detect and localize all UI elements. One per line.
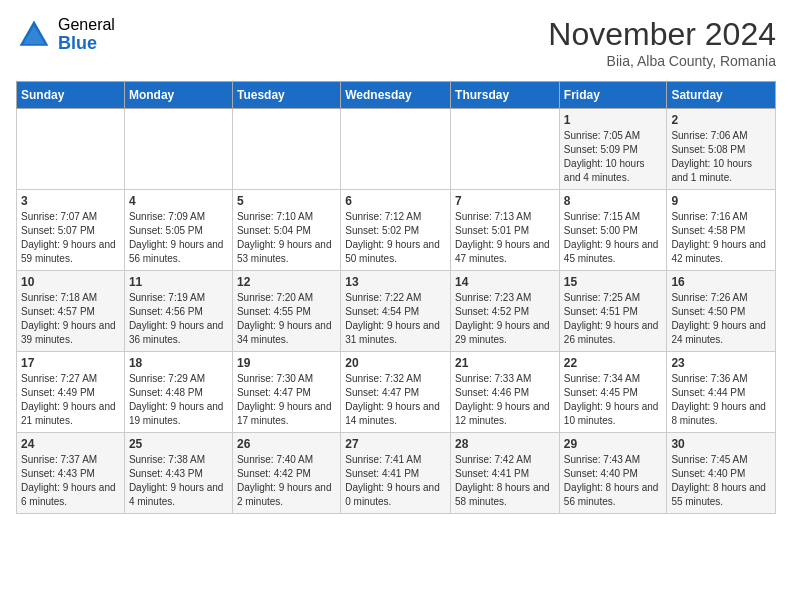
weekday-header: Thursday bbox=[451, 82, 560, 109]
calendar-cell: 8Sunrise: 7:15 AM Sunset: 5:00 PM Daylig… bbox=[559, 190, 667, 271]
day-info: Sunrise: 7:38 AM Sunset: 4:43 PM Dayligh… bbox=[129, 453, 228, 509]
weekday-header: Saturday bbox=[667, 82, 776, 109]
day-number: 3 bbox=[21, 194, 120, 208]
day-info: Sunrise: 7:13 AM Sunset: 5:01 PM Dayligh… bbox=[455, 210, 555, 266]
day-info: Sunrise: 7:27 AM Sunset: 4:49 PM Dayligh… bbox=[21, 372, 120, 428]
calendar-cell: 13Sunrise: 7:22 AM Sunset: 4:54 PM Dayli… bbox=[341, 271, 451, 352]
calendar-cell bbox=[17, 109, 125, 190]
calendar-cell: 14Sunrise: 7:23 AM Sunset: 4:52 PM Dayli… bbox=[451, 271, 560, 352]
day-number: 9 bbox=[671, 194, 771, 208]
calendar-cell: 1Sunrise: 7:05 AM Sunset: 5:09 PM Daylig… bbox=[559, 109, 667, 190]
day-info: Sunrise: 7:43 AM Sunset: 4:40 PM Dayligh… bbox=[564, 453, 663, 509]
day-info: Sunrise: 7:25 AM Sunset: 4:51 PM Dayligh… bbox=[564, 291, 663, 347]
weekday-header: Tuesday bbox=[232, 82, 340, 109]
day-number: 21 bbox=[455, 356, 555, 370]
calendar-cell: 21Sunrise: 7:33 AM Sunset: 4:46 PM Dayli… bbox=[451, 352, 560, 433]
day-number: 27 bbox=[345, 437, 446, 451]
day-number: 16 bbox=[671, 275, 771, 289]
calendar-header-row: SundayMondayTuesdayWednesdayThursdayFrid… bbox=[17, 82, 776, 109]
logo: General Blue bbox=[16, 16, 115, 53]
day-info: Sunrise: 7:36 AM Sunset: 4:44 PM Dayligh… bbox=[671, 372, 771, 428]
day-info: Sunrise: 7:19 AM Sunset: 4:56 PM Dayligh… bbox=[129, 291, 228, 347]
calendar-cell: 19Sunrise: 7:30 AM Sunset: 4:47 PM Dayli… bbox=[232, 352, 340, 433]
day-info: Sunrise: 7:06 AM Sunset: 5:08 PM Dayligh… bbox=[671, 129, 771, 185]
day-number: 24 bbox=[21, 437, 120, 451]
day-info: Sunrise: 7:05 AM Sunset: 5:09 PM Dayligh… bbox=[564, 129, 663, 185]
day-number: 14 bbox=[455, 275, 555, 289]
day-info: Sunrise: 7:07 AM Sunset: 5:07 PM Dayligh… bbox=[21, 210, 120, 266]
calendar-cell: 4Sunrise: 7:09 AM Sunset: 5:05 PM Daylig… bbox=[124, 190, 232, 271]
location-title: Biia, Alba County, Romania bbox=[548, 53, 776, 69]
day-info: Sunrise: 7:33 AM Sunset: 4:46 PM Dayligh… bbox=[455, 372, 555, 428]
day-info: Sunrise: 7:18 AM Sunset: 4:57 PM Dayligh… bbox=[21, 291, 120, 347]
day-info: Sunrise: 7:26 AM Sunset: 4:50 PM Dayligh… bbox=[671, 291, 771, 347]
logo-icon bbox=[16, 17, 52, 53]
day-number: 18 bbox=[129, 356, 228, 370]
day-number: 7 bbox=[455, 194, 555, 208]
day-number: 5 bbox=[237, 194, 336, 208]
calendar-cell: 23Sunrise: 7:36 AM Sunset: 4:44 PM Dayli… bbox=[667, 352, 776, 433]
calendar-cell: 20Sunrise: 7:32 AM Sunset: 4:47 PM Dayli… bbox=[341, 352, 451, 433]
day-info: Sunrise: 7:40 AM Sunset: 4:42 PM Dayligh… bbox=[237, 453, 336, 509]
day-info: Sunrise: 7:29 AM Sunset: 4:48 PM Dayligh… bbox=[129, 372, 228, 428]
calendar-cell: 5Sunrise: 7:10 AM Sunset: 5:04 PM Daylig… bbox=[232, 190, 340, 271]
day-number: 19 bbox=[237, 356, 336, 370]
day-number: 12 bbox=[237, 275, 336, 289]
calendar-cell: 30Sunrise: 7:45 AM Sunset: 4:40 PM Dayli… bbox=[667, 433, 776, 514]
calendar-week-row: 17Sunrise: 7:27 AM Sunset: 4:49 PM Dayli… bbox=[17, 352, 776, 433]
title-area: November 2024 Biia, Alba County, Romania bbox=[548, 16, 776, 69]
calendar-cell: 3Sunrise: 7:07 AM Sunset: 5:07 PM Daylig… bbox=[17, 190, 125, 271]
calendar-cell: 24Sunrise: 7:37 AM Sunset: 4:43 PM Dayli… bbox=[17, 433, 125, 514]
day-number: 23 bbox=[671, 356, 771, 370]
weekday-header: Sunday bbox=[17, 82, 125, 109]
calendar-cell: 12Sunrise: 7:20 AM Sunset: 4:55 PM Dayli… bbox=[232, 271, 340, 352]
month-title: November 2024 bbox=[548, 16, 776, 53]
calendar-cell bbox=[451, 109, 560, 190]
day-number: 8 bbox=[564, 194, 663, 208]
calendar-cell: 25Sunrise: 7:38 AM Sunset: 4:43 PM Dayli… bbox=[124, 433, 232, 514]
day-info: Sunrise: 7:32 AM Sunset: 4:47 PM Dayligh… bbox=[345, 372, 446, 428]
day-number: 11 bbox=[129, 275, 228, 289]
day-info: Sunrise: 7:42 AM Sunset: 4:41 PM Dayligh… bbox=[455, 453, 555, 509]
day-number: 28 bbox=[455, 437, 555, 451]
day-info: Sunrise: 7:45 AM Sunset: 4:40 PM Dayligh… bbox=[671, 453, 771, 509]
day-info: Sunrise: 7:34 AM Sunset: 4:45 PM Dayligh… bbox=[564, 372, 663, 428]
day-info: Sunrise: 7:41 AM Sunset: 4:41 PM Dayligh… bbox=[345, 453, 446, 509]
weekday-header: Wednesday bbox=[341, 82, 451, 109]
calendar-cell: 15Sunrise: 7:25 AM Sunset: 4:51 PM Dayli… bbox=[559, 271, 667, 352]
day-number: 22 bbox=[564, 356, 663, 370]
calendar-cell: 22Sunrise: 7:34 AM Sunset: 4:45 PM Dayli… bbox=[559, 352, 667, 433]
logo-general: General bbox=[58, 16, 115, 34]
calendar-cell: 11Sunrise: 7:19 AM Sunset: 4:56 PM Dayli… bbox=[124, 271, 232, 352]
calendar-cell: 2Sunrise: 7:06 AM Sunset: 5:08 PM Daylig… bbox=[667, 109, 776, 190]
day-number: 20 bbox=[345, 356, 446, 370]
day-number: 17 bbox=[21, 356, 120, 370]
day-number: 30 bbox=[671, 437, 771, 451]
calendar-cell: 17Sunrise: 7:27 AM Sunset: 4:49 PM Dayli… bbox=[17, 352, 125, 433]
calendar-cell: 9Sunrise: 7:16 AM Sunset: 4:58 PM Daylig… bbox=[667, 190, 776, 271]
calendar-cell: 16Sunrise: 7:26 AM Sunset: 4:50 PM Dayli… bbox=[667, 271, 776, 352]
weekday-header: Monday bbox=[124, 82, 232, 109]
calendar-cell: 7Sunrise: 7:13 AM Sunset: 5:01 PM Daylig… bbox=[451, 190, 560, 271]
calendar-table: SundayMondayTuesdayWednesdayThursdayFrid… bbox=[16, 81, 776, 514]
day-number: 1 bbox=[564, 113, 663, 127]
calendar-cell: 18Sunrise: 7:29 AM Sunset: 4:48 PM Dayli… bbox=[124, 352, 232, 433]
day-info: Sunrise: 7:30 AM Sunset: 4:47 PM Dayligh… bbox=[237, 372, 336, 428]
calendar-cell bbox=[124, 109, 232, 190]
day-info: Sunrise: 7:10 AM Sunset: 5:04 PM Dayligh… bbox=[237, 210, 336, 266]
day-info: Sunrise: 7:20 AM Sunset: 4:55 PM Dayligh… bbox=[237, 291, 336, 347]
day-info: Sunrise: 7:23 AM Sunset: 4:52 PM Dayligh… bbox=[455, 291, 555, 347]
day-info: Sunrise: 7:09 AM Sunset: 5:05 PM Dayligh… bbox=[129, 210, 228, 266]
day-info: Sunrise: 7:22 AM Sunset: 4:54 PM Dayligh… bbox=[345, 291, 446, 347]
day-number: 26 bbox=[237, 437, 336, 451]
page-header: General Blue November 2024 Biia, Alba Co… bbox=[16, 16, 776, 69]
logo-text: General Blue bbox=[58, 16, 115, 53]
calendar-cell bbox=[341, 109, 451, 190]
calendar-cell: 27Sunrise: 7:41 AM Sunset: 4:41 PM Dayli… bbox=[341, 433, 451, 514]
calendar-week-row: 1Sunrise: 7:05 AM Sunset: 5:09 PM Daylig… bbox=[17, 109, 776, 190]
calendar-cell bbox=[232, 109, 340, 190]
logo-blue: Blue bbox=[58, 34, 115, 54]
day-number: 15 bbox=[564, 275, 663, 289]
day-info: Sunrise: 7:37 AM Sunset: 4:43 PM Dayligh… bbox=[21, 453, 120, 509]
calendar-cell: 28Sunrise: 7:42 AM Sunset: 4:41 PM Dayli… bbox=[451, 433, 560, 514]
